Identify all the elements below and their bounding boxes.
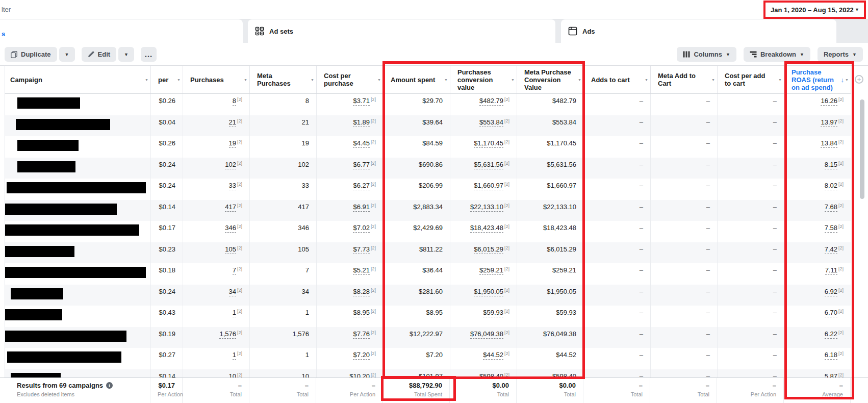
metric-value-link[interactable]: $8.28: [353, 288, 370, 296]
sort-carets[interactable]: ▼: [778, 66, 782, 93]
metric-value-link[interactable]: 7.68: [825, 203, 837, 212]
metric-value-link[interactable]: $553.84: [479, 118, 503, 127]
column-header-cost_per_purchase[interactable]: Cost per purchase▼: [317, 66, 384, 93]
campaign-row[interactable]: $0.431[2]1$8.95[2]$8.95$59.93[2]$59.93––…: [5, 306, 851, 327]
sort-carets[interactable]: ▼: [244, 66, 247, 93]
sort-carets[interactable]: ▼: [645, 66, 648, 93]
metric-value-link[interactable]: $7.76: [353, 330, 370, 339]
column-header-purchase_roas[interactable]: Purchase ROAS (return on ad spend)↓▼: [784, 66, 851, 93]
sort-carets[interactable]: ▼: [377, 66, 381, 93]
campaign-row[interactable]: $0.0421[2]21$1.89[2]$39.64$553.84[2]$553…: [5, 115, 851, 137]
metric-value-link[interactable]: 1,576: [219, 330, 236, 339]
column-header-amount_spent[interactable]: Amount spent▼: [384, 66, 450, 93]
metric-value-link[interactable]: 7.58: [825, 224, 837, 233]
campaign-row[interactable]: $0.14417[2]417$6.91[2]$2,883.34$22,133.1…: [5, 200, 851, 221]
columns-button[interactable]: Columns ▼: [677, 47, 736, 62]
duplicate-dropdown-button[interactable]: ▼: [59, 47, 75, 62]
metric-value-link[interactable]: 33: [229, 182, 236, 190]
reports-button[interactable]: Reports ▼: [818, 47, 863, 62]
tab-ad-sets[interactable]: Ad sets: [248, 19, 555, 43]
tab-campaigns[interactable]: s: [0, 19, 243, 43]
metric-value-link[interactable]: 1: [233, 309, 236, 317]
edit-button[interactable]: Edit: [82, 47, 117, 62]
more-actions-button[interactable]: …: [141, 47, 157, 62]
metric-value-link[interactable]: $1.89: [353, 118, 370, 127]
metric-value-link[interactable]: 102: [225, 161, 236, 169]
metric-value-link[interactable]: 6.22: [825, 330, 837, 339]
column-header-meta_purchases[interactable]: Meta Purchases▼: [250, 66, 317, 93]
metric-value-link[interactable]: 21: [229, 118, 236, 127]
metric-value-link[interactable]: 19: [229, 139, 236, 148]
metric-value-link[interactable]: $5.21: [353, 266, 370, 275]
campaign-row[interactable]: $0.187[2]7$5.21[2]$36.44$259.21[2]$259.2…: [5, 263, 851, 285]
sort-carets[interactable]: ▼: [177, 66, 181, 93]
metric-value-link[interactable]: $7.20: [353, 351, 370, 360]
metric-value-link[interactable]: 34: [229, 288, 236, 296]
campaign-row[interactable]: $0.24102[2]102$6.77[2]$690.86$5,631.56[2…: [5, 158, 851, 179]
metric-value-link[interactable]: $10.20: [349, 372, 370, 378]
edit-dropdown-button[interactable]: ▼: [118, 47, 134, 62]
metric-value-link[interactable]: $259.21: [479, 266, 503, 275]
sort-carets[interactable]: ▼: [578, 66, 581, 93]
metric-value-link[interactable]: $8.95: [353, 309, 370, 317]
campaign-row[interactable]: $0.2433[2]33$6.27[2]$206.99$1,660.97[2]$…: [5, 179, 851, 200]
date-range-selector[interactable]: Jan 1, 2020 – Aug 15, 2022 ▼: [765, 3, 863, 17]
metric-value-link[interactable]: $7.73: [353, 245, 370, 254]
campaign-row[interactable]: $0.2619[2]19$4.45[2]$84.59$1,170.45[2]$1…: [5, 136, 851, 158]
metric-value-link[interactable]: 13.84: [821, 139, 837, 148]
metric-value-link[interactable]: $598.40: [479, 372, 503, 378]
metric-value-link[interactable]: 16.26: [821, 97, 837, 106]
metric-value-link[interactable]: 1: [233, 351, 236, 360]
campaign-row[interactable]: $0.191,576[2]1,576$7.76[2]$12,222.97$76,…: [5, 327, 851, 348]
sort-carets[interactable]: ▼: [511, 66, 515, 93]
breakdown-button[interactable]: Breakdown ▼: [744, 47, 810, 62]
metric-value-link[interactable]: 346: [225, 224, 236, 233]
sort-carets[interactable]: ▼: [711, 66, 715, 93]
metric-value-link[interactable]: 7.42: [825, 245, 837, 254]
metric-value-link[interactable]: $3.71: [353, 97, 370, 106]
metric-value-link[interactable]: 10: [229, 372, 236, 378]
vertical-scrollbar[interactable]: [860, 99, 864, 199]
metric-value-link[interactable]: $59.93: [483, 309, 503, 317]
column-header-meta_add_to_cart[interactable]: Meta Add to Cart▼: [651, 66, 718, 93]
metric-value-link[interactable]: 417: [225, 203, 236, 212]
campaign-row[interactable]: $0.1410[2]10$10.20[2]$101.97$598.40[2]$5…: [5, 369, 851, 378]
campaign-row[interactable]: $0.17346[2]346$7.02[2]$2,429.69$18,423.4…: [5, 221, 851, 242]
metric-value-link[interactable]: $6.77: [353, 161, 370, 169]
metric-value-link[interactable]: $1,660.97: [474, 182, 503, 190]
column-header-meta_purchase_conversion_value[interactable]: Meta Purchase Conversion Value▼: [517, 66, 584, 93]
column-header-campaign[interactable]: Campaign▼: [5, 66, 151, 93]
metric-value-link[interactable]: $482.79: [479, 97, 503, 106]
metric-value-link[interactable]: 6.18: [825, 351, 837, 360]
duplicate-button[interactable]: Duplicate: [5, 47, 57, 62]
metric-value-link[interactable]: $1,170.45: [474, 139, 503, 148]
metric-value-link[interactable]: $22,133.10: [470, 203, 503, 212]
metric-value-link[interactable]: 5.87: [825, 372, 837, 378]
campaign-row[interactable]: $0.2434[2]34$8.28[2]$281.60$1,950.05[2]$…: [5, 285, 851, 306]
metric-value-link[interactable]: $44.52: [483, 351, 503, 360]
sort-carets[interactable]: ▼: [145, 66, 148, 93]
metric-value-link[interactable]: $1,950.05: [474, 288, 503, 296]
metric-value-link[interactable]: 13.97: [821, 118, 837, 127]
tab-ads[interactable]: Ads: [561, 19, 836, 43]
column-header-adds_to_cart[interactable]: Adds to cart▼: [584, 66, 651, 93]
metric-value-link[interactable]: 8: [233, 97, 236, 106]
column-header-cost_per_add_to_cart[interactable]: Cost per add to cart▼: [718, 66, 784, 93]
campaign-row[interactable]: $0.271[2]1$7.20[2]$7.20$44.52[2]$44.52––…: [5, 348, 851, 369]
metric-value-link[interactable]: $18,423.48: [470, 224, 503, 233]
metric-value-link[interactable]: $6.27: [353, 182, 370, 190]
campaign-row[interactable]: $0.23105[2]105$7.73[2]$811.22$6,015.29[2…: [5, 242, 851, 264]
metric-value-link[interactable]: 8.15: [825, 161, 837, 169]
metric-value-link[interactable]: 7: [233, 266, 236, 275]
metric-value-link[interactable]: 8.02: [825, 182, 837, 190]
column-header-purchases_conversion_value[interactable]: Purchases conversion value▼: [450, 66, 517, 93]
metric-value-link[interactable]: $4.45: [353, 139, 370, 148]
metric-value-link[interactable]: 6.92: [825, 288, 837, 296]
campaign-row[interactable]: $0.268[2]8$3.71[2]$29.70$482.79[2]$482.7…: [5, 94, 851, 115]
add-column-icon[interactable]: +: [855, 75, 863, 84]
column-header-cost_per_partial[interactable]: per▼: [151, 66, 183, 93]
sort-carets[interactable]: ▼: [311, 66, 314, 93]
metric-value-link[interactable]: 7.11: [825, 266, 837, 275]
metric-value-link[interactable]: $6,015.29: [474, 245, 503, 254]
metric-value-link[interactable]: $7.02: [353, 224, 370, 233]
